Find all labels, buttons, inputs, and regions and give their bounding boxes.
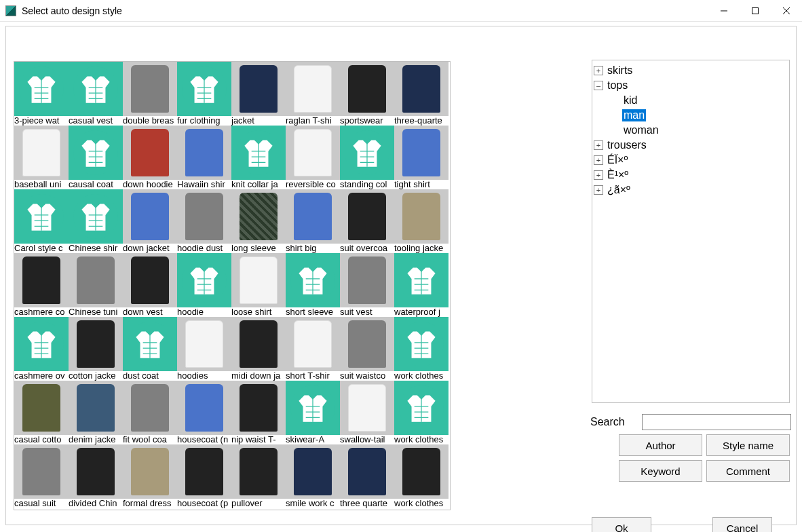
collapse-icon[interactable]: – [594, 81, 603, 90]
style-cell[interactable]: jacket [231, 62, 286, 126]
titlebar: Select auto design style [0, 0, 802, 22]
style-cell[interactable]: down hoodie [123, 126, 177, 189]
tree-label[interactable]: tops [606, 79, 629, 92]
close-button[interactable] [771, 0, 802, 22]
tree-label[interactable]: skirts [606, 64, 634, 77]
style-cell[interactable]: work clothes [394, 381, 448, 444]
style-thumbnail [123, 189, 177, 244]
tree-node[interactable]: –tops [594, 78, 788, 93]
style-cell[interactable]: suit waistco [340, 317, 394, 381]
style-cell[interactable]: 3-piece wat [14, 62, 69, 126]
tree-node[interactable]: woman [606, 123, 788, 138]
style-cell[interactable]: smile work c [286, 444, 340, 508]
style-cell[interactable]: three-quarte [394, 62, 448, 126]
style-cell[interactable]: cashmere co [14, 253, 69, 317]
style-cell[interactable]: three quarte [340, 444, 394, 508]
style-cell[interactable]: suit vest [340, 253, 394, 317]
style-label: hoodie [177, 307, 231, 317]
style-cell[interactable]: cotton jacke [69, 317, 123, 381]
style-cell[interactable]: pullover [231, 444, 286, 508]
style-cell[interactable]: midi down ja [231, 317, 286, 381]
tree-node[interactable]: +ÉÏ×º [594, 153, 788, 168]
expand-icon[interactable]: + [594, 66, 603, 75]
keyword-button[interactable]: Keyword [619, 460, 702, 482]
style-cell[interactable]: short T-shir [286, 317, 340, 381]
style-cell[interactable]: down jacket [123, 189, 177, 253]
style-cell[interactable]: short sleeve [286, 253, 340, 317]
style-cell[interactable]: baseball uni [14, 126, 69, 189]
expand-icon[interactable]: + [594, 155, 603, 165]
style-thumbnail [231, 189, 286, 244]
style-label: standing col [340, 180, 394, 189]
style-thumbnail [69, 444, 123, 499]
tree-node[interactable]: kid [606, 93, 788, 108]
style-cell[interactable]: nip waist T- [231, 381, 286, 444]
expand-icon[interactable]: + [594, 185, 603, 195]
style-cell[interactable]: standing col [340, 126, 394, 189]
style-cell[interactable]: casual cotto [14, 381, 69, 444]
maximize-button[interactable] [740, 0, 771, 22]
style-cell[interactable]: causal coat [69, 126, 123, 189]
style-cell[interactable]: waterproof j [394, 253, 448, 317]
tree-label[interactable]: kid [622, 94, 638, 107]
style-name-button[interactable]: Style name [706, 434, 790, 456]
style-cell[interactable]: skiwear-A [286, 381, 340, 444]
style-cell[interactable]: loose shirt [231, 253, 286, 317]
style-cell[interactable]: suit overcoa [340, 189, 394, 253]
style-cell[interactable]: raglan T-shi [286, 62, 340, 126]
tree-label[interactable]: man [622, 109, 646, 121]
style-cell[interactable]: shirt big [286, 189, 340, 253]
style-cell[interactable]: hoodie dust [177, 189, 231, 253]
style-cell[interactable]: tight shirt [394, 126, 448, 189]
expand-icon[interactable]: + [594, 170, 603, 180]
style-cell[interactable]: dust coat [123, 317, 177, 381]
style-cell[interactable]: fur clothing [177, 62, 231, 126]
search-input[interactable] [642, 414, 791, 430]
style-cell[interactable]: formal dress [123, 444, 177, 508]
tree-label[interactable]: ¿ã×º [606, 184, 632, 196]
style-cell[interactable]: tooling jacke [394, 189, 448, 253]
style-cell[interactable]: work clothes [394, 444, 448, 508]
style-cell[interactable]: reversible co [286, 126, 340, 189]
style-cell[interactable]: long sleeve [231, 189, 286, 253]
tree-label[interactable]: woman [622, 124, 660, 136]
tree-label[interactable]: ÉÏ×º [606, 154, 629, 166]
style-cell[interactable]: Hawaiin shir [177, 126, 231, 189]
style-cell[interactable]: swallow-tail [340, 381, 394, 444]
ok-button[interactable]: Ok [592, 517, 651, 532]
style-cell[interactable]: housecoat (n [177, 381, 231, 444]
comment-button[interactable]: Comment [706, 460, 790, 482]
tree-label[interactable]: trousers [606, 139, 648, 151]
style-cell[interactable]: work clothes [394, 317, 448, 381]
tree-label[interactable]: È¹×º [606, 169, 630, 181]
style-cell[interactable]: down vest [123, 253, 177, 317]
style-cell[interactable]: hoodie [177, 253, 231, 317]
cancel-button[interactable]: Cancel [712, 517, 772, 532]
style-cell[interactable]: knit collar ja [231, 126, 286, 189]
style-cell[interactable]: sportswear [340, 62, 394, 126]
style-cell[interactable]: hoodies [177, 317, 231, 381]
tree-node[interactable]: +trousers [594, 138, 788, 153]
category-tree[interactable]: +skirts–topskidmanwoman+trousers+ÉÏ×º+È¹… [592, 60, 790, 403]
author-button[interactable]: Author [619, 434, 702, 456]
style-cell[interactable]: divided Chin [69, 444, 123, 508]
shirt-icon [394, 253, 448, 307]
style-cell[interactable]: Chinese shir [69, 189, 123, 253]
style-cell[interactable]: housecoat (p [177, 444, 231, 508]
style-cell[interactable]: fit wool coa [123, 381, 177, 444]
tree-node[interactable]: +skirts [594, 63, 788, 78]
style-cell[interactable]: Chinese tuni [69, 253, 123, 317]
style-cell[interactable]: double breas [123, 62, 177, 126]
style-cell[interactable]: casual vest [69, 62, 123, 126]
expand-icon[interactable]: + [594, 140, 603, 150]
tree-node[interactable]: +¿ã×º [594, 183, 788, 197]
tree-node[interactable]: man [606, 108, 788, 123]
style-cell[interactable]: cashmere ov [14, 317, 69, 381]
minimize-button[interactable] [708, 0, 740, 22]
style-grid[interactable]: 3-piece watcasual vestdouble breasfur cl… [14, 61, 451, 510]
tree-node[interactable]: +È¹×º [594, 168, 788, 183]
style-cell[interactable]: casual suit [14, 444, 69, 508]
style-cell[interactable]: Carol style c [14, 189, 69, 253]
style-label: fur clothing [177, 116, 231, 126]
style-cell[interactable]: denim jacke [69, 381, 123, 444]
